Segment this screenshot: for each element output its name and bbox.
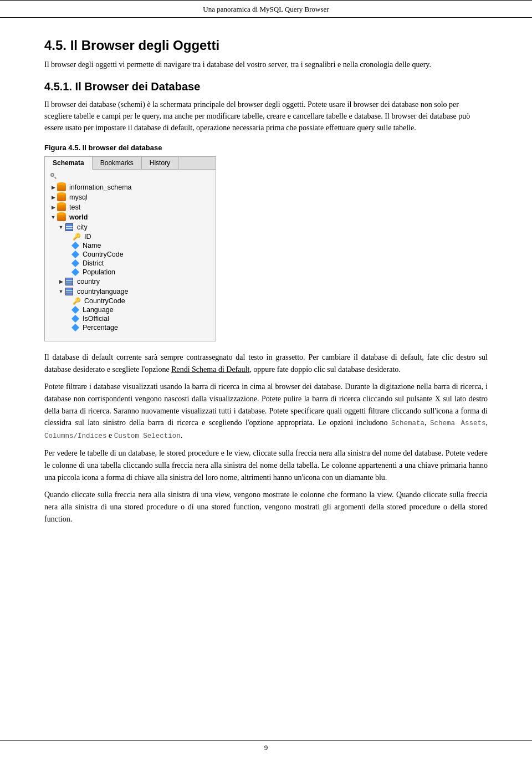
tab-schemata[interactable]: Schemata [45, 157, 93, 170]
tree-item-test[interactable]: test [49, 202, 211, 212]
database-tree: information_schema mysql test [45, 180, 216, 334]
table-icon-city [65, 223, 74, 232]
arrow-city[interactable] [57, 223, 65, 231]
key-icon-cl-countrycode: 🔑 [73, 297, 81, 305]
label-mysql: mysql [69, 193, 88, 201]
tab-bookmarks[interactable]: Bookmarks [93, 157, 142, 169]
section-title-text: Il Browser degli Oggetti [70, 38, 219, 53]
figure-caption: Figura 4.5. Il browser dei database [44, 144, 488, 152]
col-icon-population [71, 268, 79, 276]
body-para2: Potete filtrare i database visualizzati … [44, 381, 488, 442]
label-city-district: District [83, 259, 104, 267]
tree-item-city-countrycode: CountryCode [65, 250, 211, 259]
tab-history[interactable]: History [142, 157, 178, 169]
label-city-countrycode: CountryCode [83, 251, 124, 258]
table-icon-country [65, 277, 74, 286]
arrow-countrylanguage[interactable] [57, 288, 65, 295]
label-world: world [69, 213, 88, 221]
code-schema-assets: Schema Assets [430, 420, 485, 427]
browser-tabs: Schemata Bookmarks History [45, 157, 216, 170]
tree-item-cl-percentage: Percentage [65, 323, 211, 332]
section-intro: Il browser degli oggetti vi permette di … [44, 59, 488, 70]
col-icon-isofficial [71, 315, 79, 323]
tree-item-city-population: Population [65, 268, 211, 277]
browser-widget: Schemata Bookmarks History information_s… [44, 156, 216, 341]
col-icon-language [71, 306, 79, 314]
body-para3: Per vedere le tabelle di un database, le… [44, 447, 488, 483]
section-title: 4.5. Il Browser degli Oggetti [44, 38, 488, 53]
table-icon-countrylanguage [65, 287, 74, 296]
db-icon-information-schema [57, 183, 66, 192]
body-para1: Il database di default corrente sarà sem… [44, 351, 488, 375]
db-icon-mysql [57, 193, 66, 202]
subsection-title-text: Il Browser dei Database [75, 80, 201, 93]
tree-item-cl-language: Language [65, 305, 211, 314]
arrow-mysql[interactable] [49, 193, 57, 201]
tree-item-country[interactable]: country [57, 277, 211, 287]
tree-item-mysql[interactable]: mysql [49, 192, 211, 202]
arrow-information-schema[interactable] [49, 183, 57, 191]
label-countrylanguage: countrylanguage [77, 288, 128, 295]
page-footer: 9 [0, 740, 532, 752]
label-cl-countrycode: CountryCode [84, 297, 125, 305]
label-information-schema: information_schema [69, 183, 132, 191]
label-cl-language: Language [83, 306, 114, 314]
code-columns-indices: Columns/Indices [44, 432, 107, 440]
col-icon-percentage [71, 324, 79, 331]
tree-item-cl-countrycode: 🔑 CountryCode [65, 297, 211, 305]
tree-item-city-district: District [65, 259, 211, 268]
tree-item-countrylanguage[interactable]: countrylanguage [57, 287, 211, 297]
tree-item-cl-isofficial: IsOfficial [65, 314, 211, 323]
subsection-para1: Il browser dei database (schemi) è la sc… [44, 99, 488, 134]
label-city-name: Name [83, 242, 101, 249]
col-icon-district [71, 259, 79, 267]
label-city-population: Population [83, 268, 115, 276]
arrow-world[interactable] [49, 213, 57, 221]
label-city-id: ID [84, 233, 91, 241]
page-header: Una panoramica di MySQL Query Browser [0, 3, 532, 18]
tree-item-city-id: 🔑 ID [65, 232, 211, 241]
label-test: test [69, 203, 80, 211]
label-city: city [77, 223, 88, 231]
label-cl-isofficial: IsOfficial [83, 315, 109, 323]
arrow-country[interactable] [57, 278, 65, 285]
code-custom-selection: Custom Selection [114, 432, 181, 440]
key-icon-id: 🔑 [73, 233, 81, 241]
db-icon-world [57, 213, 66, 222]
arrow-test[interactable] [49, 203, 57, 211]
db-icon-test [57, 203, 66, 212]
subsection-title: 4.5.1. Il Browser dei Database [44, 80, 488, 93]
label-country: country [77, 278, 100, 285]
search-icon [50, 173, 54, 177]
top-border [0, 0, 532, 1]
label-cl-percentage: Percentage [83, 324, 118, 331]
tree-item-world[interactable]: world [49, 212, 211, 222]
code-schemata: Schemata [391, 420, 424, 427]
col-icon-countrycode [71, 251, 79, 258]
tree-item-city-name: Name [65, 241, 211, 250]
rendi-schema-link: Rendi Schema di Default [171, 365, 249, 374]
tree-item-city[interactable]: city [57, 222, 211, 232]
search-bar [45, 170, 216, 180]
body-para4: Quando cliccate sulla freccia nera alla … [44, 489, 488, 525]
tree-item-information-schema[interactable]: information_schema [49, 182, 211, 192]
col-icon-name [71, 242, 79, 249]
